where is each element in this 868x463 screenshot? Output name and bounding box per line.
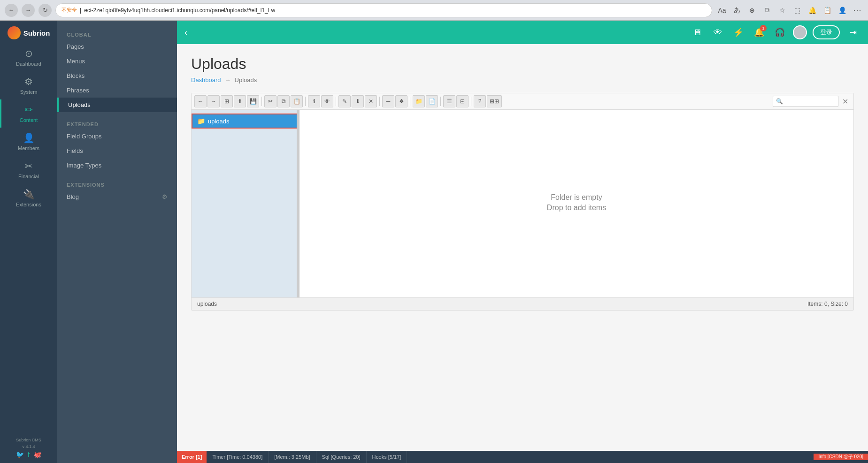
fm-view-btn[interactable]: 👁 — [321, 95, 333, 107]
fm-cut-btn[interactable]: ✂ — [264, 95, 277, 107]
debug-right: Info [CSDN 谷子 020] — [814, 454, 868, 460]
nav-fields[interactable]: Fields — [57, 144, 177, 158]
notification-badge: 1 — [760, 25, 767, 31]
breadcrumb-current: Uploads — [235, 76, 257, 83]
japanese-icon[interactable]: あ — [731, 4, 743, 16]
topbar-eye-icon[interactable]: 👁 — [710, 25, 725, 40]
fm-newfolder-btn[interactable]: 📁 — [413, 95, 425, 107]
sidebar-item-label: Members — [18, 145, 39, 151]
nav-field-groups[interactable]: Field Groups — [57, 129, 177, 144]
fm-copy-btn[interactable]: ⧉ — [277, 95, 290, 107]
fm-folder-uploads[interactable]: 📁 uploads — [192, 114, 299, 129]
security-warning: 不安全 — [61, 7, 77, 14]
sidebar-item-extensions[interactable]: 🔌 Extensions — [0, 184, 57, 212]
fm-upload-btn[interactable]: ⬆ — [234, 95, 246, 107]
fm-separator-5 — [410, 97, 410, 106]
blog-gear-icon[interactable]: ⚙ — [162, 193, 168, 200]
github-icon[interactable]: 🐙 — [33, 451, 41, 458]
clipboard-icon[interactable]: 📋 — [821, 4, 833, 16]
topbar-avatar[interactable] — [793, 25, 807, 39]
fm-extract-btn[interactable]: ❖ — [395, 95, 407, 107]
sidebar-logo: Subrion — [0, 21, 57, 43]
notifications-icon[interactable]: 🔔 — [806, 4, 818, 16]
back-button[interactable]: ← — [5, 4, 18, 17]
extended-section-title: EXTENDED — [57, 118, 177, 129]
global-section-title: GLOBAL — [57, 28, 177, 39]
fm-info-btn[interactable]: ℹ — [308, 95, 320, 107]
topbar-monitor-icon[interactable]: 🖥 — [690, 25, 705, 40]
nav-image-types[interactable]: Image Types — [57, 158, 177, 173]
topbar-headset-icon[interactable]: 🎧 — [772, 25, 787, 40]
fm-separator-4 — [379, 97, 380, 106]
fm-rename-btn[interactable]: ✎ — [338, 95, 351, 107]
sidebar-item-label: Financial — [18, 174, 39, 179]
fm-back-btn[interactable]: ← — [194, 95, 207, 107]
breadcrumb-home[interactable]: Dashboard — [191, 76, 221, 83]
facebook-icon[interactable]: f — [28, 451, 30, 458]
fm-list-btn[interactable]: ☰ — [443, 95, 455, 107]
fm-thumbnails-btn[interactable]: ⊞⊞ — [487, 95, 502, 107]
sidebar-item-label: Dashboard — [16, 61, 41, 67]
nav-blog[interactable]: Blog ⚙ — [57, 190, 177, 204]
fm-body: 📁 uploads Folder is empty Drop to add it… — [192, 110, 853, 297]
nav-uploads[interactable]: Uploads — [57, 98, 177, 112]
browser-icons: Aa あ ⊕ ⧉ ☆ ⬚ 🔔 📋 👤 ⋯ — [716, 4, 863, 16]
browser-chrome: ← → ↻ 不安全 | eci-2ze1qio8fe9yfv4uq1hh.clo… — [0, 0, 868, 21]
fm-status-path: uploads — [197, 301, 217, 307]
favorites-icon[interactable]: ☆ — [776, 4, 788, 16]
debug-memory: [Mem.: 3.25Mb] — [269, 451, 316, 463]
fm-compress-btn[interactable]: ─ — [382, 95, 394, 107]
sidebar-item-content[interactable]: ✏ Content — [0, 99, 57, 128]
sidebar-item-dashboard[interactable]: ⊙ Dashboard — [0, 43, 57, 71]
fm-status-items: Items: 0, Size: 0 — [807, 301, 848, 307]
fm-toolbar: ← → ⊞ ⬆ 💾 ✂ ⧉ 📋 ℹ 👁 ✎ ⬇ ✕ — [192, 93, 853, 110]
breadcrumb: Dashboard → Uploads — [191, 76, 854, 83]
sidebar-item-members[interactable]: 👤 Members — [0, 128, 57, 156]
fm-grid-btn[interactable]: ⊟ — [456, 95, 469, 107]
cms-name: Subrion CMS — [16, 438, 41, 442]
translate-icon[interactable]: Aa — [716, 4, 728, 16]
fm-move-btn[interactable]: ⬇ — [352, 95, 364, 107]
fm-folder-name: uploads — [208, 118, 230, 125]
fm-paste-btn[interactable]: 📋 — [291, 95, 303, 107]
fm-help-btn[interactable]: ? — [474, 95, 486, 107]
sidebar-item-system[interactable]: ⚙ System — [0, 71, 57, 99]
topbar-back-icon[interactable]: ‹ — [184, 28, 187, 38]
topbar-bell-icon[interactable]: 🔔 1 — [752, 25, 767, 40]
fm-close-btn[interactable]: ✕ — [839, 96, 851, 107]
fm-home-btn[interactable]: ⊞ — [221, 95, 233, 107]
address-bar[interactable]: 不安全 | eci-2ze1qio8fe9yfv4uq1hh.cloudeci1… — [55, 3, 712, 17]
fm-forward-btn[interactable]: → — [207, 95, 220, 107]
nav-pages[interactable]: Pages — [57, 39, 177, 54]
location-icon[interactable]: ⊕ — [746, 4, 758, 16]
page-title: Uploads — [191, 55, 854, 73]
fm-newfile-btn[interactable]: 📄 — [426, 95, 438, 107]
browser-menu-button[interactable]: ⋯ — [851, 5, 863, 15]
debug-error[interactable]: Error [1] — [177, 451, 207, 463]
social-links: 🐦 f 🐙 — [16, 451, 41, 458]
fm-save-btn[interactable]: 💾 — [247, 95, 259, 107]
fm-resize-handle[interactable] — [297, 110, 299, 297]
collections-icon[interactable]: ⬚ — [791, 4, 803, 16]
twitter-icon[interactable]: 🐦 — [16, 451, 24, 458]
user-icon[interactable]: 👤 — [836, 4, 848, 16]
refresh-button[interactable]: ↻ — [38, 4, 52, 17]
nav-blocks[interactable]: Blocks — [57, 68, 177, 83]
fm-separator-3 — [336, 97, 336, 106]
fm-search-input[interactable] — [773, 96, 838, 107]
topbar-logout-icon[interactable]: ⇥ — [845, 25, 860, 40]
extensions-icon: 🔌 — [23, 189, 35, 200]
fm-content-panel: Folder is empty Drop to add items — [300, 110, 853, 297]
topbar-lightning-icon[interactable]: ⚡ — [731, 25, 746, 40]
nav-phrases[interactable]: Phrases — [57, 83, 177, 98]
sidebar-item-label: System — [20, 89, 38, 95]
sidebar-item-financial[interactable]: ✂ Financial — [0, 156, 57, 184]
app-layout: Subrion ⊙ Dashboard ⚙ System ✏ Content 👤… — [0, 21, 868, 463]
login-button[interactable]: 登录 — [813, 25, 840, 39]
financial-icon: ✂ — [25, 160, 33, 172]
nav-menus[interactable]: Menus — [57, 54, 177, 68]
split-icon[interactable]: ⧉ — [761, 4, 773, 16]
forward-button[interactable]: → — [22, 4, 35, 17]
debug-hooks: Hooks [5/17] — [367, 451, 407, 463]
fm-delete-btn[interactable]: ✕ — [365, 95, 377, 107]
